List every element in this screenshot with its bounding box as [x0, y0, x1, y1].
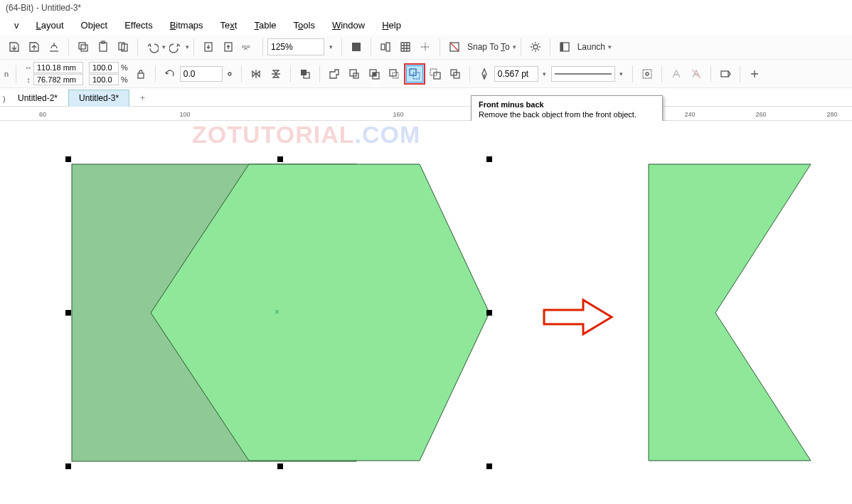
- grid-icon[interactable]: [396, 38, 415, 56]
- launch-label[interactable]: Launch: [575, 42, 608, 52]
- mirror-v-icon[interactable]: [267, 65, 285, 83]
- svg-rect-36: [721, 71, 728, 77]
- handle-ml[interactable]: [65, 310, 71, 316]
- tooltip-title: Front minus back: [479, 100, 655, 109]
- intersect-icon[interactable]: [365, 65, 383, 83]
- menu-bitmaps[interactable]: Bitmaps: [161, 17, 212, 33]
- add-icon[interactable]: [745, 65, 764, 83]
- boundary-icon[interactable]: [446, 65, 464, 83]
- percent-label: %: [119, 75, 128, 84]
- tab-untitled-2[interactable]: Untitled-2*: [7, 90, 68, 106]
- svg-point-13: [533, 45, 538, 49]
- hexagon-shape[interactable]: [149, 163, 491, 462]
- property-bar: n ↔110.18 mm ↕76.782 mm 100.0% 100.0% 0.…: [0, 60, 852, 88]
- guides-icon[interactable]: [416, 38, 435, 56]
- menu-text[interactable]: Text: [212, 17, 246, 33]
- scale-y-field[interactable]: 100.0: [89, 74, 119, 85]
- result-shape: [647, 163, 825, 462]
- options-icon[interactable]: [526, 38, 545, 56]
- wrap-text-icon[interactable]: [638, 65, 656, 83]
- tab-new[interactable]: +: [129, 90, 156, 106]
- menu-help[interactable]: Help: [373, 17, 410, 33]
- standard-toolbar: ▾ ▾ PDF 125% ▾ Snap To To ▾ Launch ▾: [0, 35, 852, 60]
- menu-layout[interactable]: Layout: [28, 17, 73, 33]
- handle-mr[interactable]: [486, 310, 492, 316]
- width-icon: ↔: [23, 63, 33, 72]
- launch-panel-icon[interactable]: [555, 38, 574, 56]
- snap-label[interactable]: Snap To To: [464, 42, 513, 52]
- pen-outline-icon[interactable]: [475, 65, 494, 83]
- snap-off-icon[interactable]: [445, 38, 464, 56]
- weld-icon[interactable]: [325, 65, 344, 83]
- handle-bm[interactable]: [277, 463, 283, 469]
- rotation-field[interactable]: 0.0: [180, 66, 223, 82]
- svg-rect-1: [81, 45, 87, 51]
- mirror-h-icon[interactable]: [247, 65, 265, 83]
- zoom-dropdown-icon[interactable]: ▾: [325, 38, 336, 56]
- selection-center-icon: ×: [275, 307, 279, 317]
- line-style-combo[interactable]: [551, 66, 615, 82]
- simplify-icon[interactable]: [385, 65, 403, 83]
- arrow-down-icon[interactable]: [199, 38, 218, 56]
- undo-icon[interactable]: [143, 38, 161, 56]
- line-style-dropdown-icon[interactable]: ▾: [616, 65, 627, 83]
- red-arrow-icon: [541, 296, 619, 338]
- object-scale: 100.0% 100.0%: [89, 62, 128, 85]
- arrow-up-icon[interactable]: [219, 38, 238, 56]
- svg-rect-16: [138, 73, 144, 78]
- paste-icon[interactable]: [94, 38, 112, 56]
- import-icon[interactable]: [5, 38, 23, 56]
- svg-rect-34: [643, 70, 651, 78]
- height-field[interactable]: 76.782 mm: [33, 74, 83, 85]
- document-tabs: ) Untitled-2* Untitled-3* +: [0, 88, 852, 107]
- object-size: ↔110.18 mm ↕76.782 mm: [23, 62, 83, 85]
- outline-width-field[interactable]: 0.567 pt: [494, 66, 538, 82]
- scale-x-field[interactable]: 100.0: [89, 62, 119, 73]
- front-minus-back-button[interactable]: [404, 63, 425, 85]
- handle-bl[interactable]: [65, 463, 71, 469]
- svg-marker-39: [649, 164, 811, 461]
- handle-tm[interactable]: [277, 156, 283, 162]
- svg-rect-10: [381, 44, 385, 50]
- percent-label: %: [119, 63, 128, 72]
- tab-untitled-3[interactable]: Untitled-3*: [68, 90, 129, 107]
- svg-marker-38: [151, 164, 489, 461]
- tooltip-front-minus-back: Front minus back Remove the back object …: [471, 95, 663, 124]
- copy-icon[interactable]: [74, 38, 92, 56]
- menu-window[interactable]: Window: [324, 17, 373, 33]
- menu-view-cut[interactable]: v: [6, 17, 28, 33]
- svg-rect-26: [393, 73, 398, 78]
- width-field[interactable]: 110.18 mm: [33, 62, 83, 73]
- convert-curves-icon[interactable]: [716, 65, 735, 83]
- trim-icon[interactable]: [345, 65, 363, 83]
- menubar: v Layout Object Effects Bitmaps Text Tab…: [0, 16, 852, 35]
- clipboard-icon[interactable]: [114, 38, 132, 56]
- pdf-icon[interactable]: PDF: [239, 38, 257, 56]
- align-icon[interactable]: [376, 38, 395, 56]
- menu-tools[interactable]: Tools: [285, 17, 324, 33]
- handle-br[interactable]: [486, 463, 492, 469]
- watermark: ZOTUTORIAL.COM: [192, 121, 420, 149]
- back-minus-front-icon[interactable]: [426, 65, 444, 83]
- menu-effects[interactable]: Effects: [116, 17, 161, 33]
- publish-icon[interactable]: [45, 38, 63, 56]
- handle-tr[interactable]: [486, 156, 492, 162]
- handle-tl[interactable]: [65, 156, 71, 162]
- tooltip-body: Remove the back object from the front ob…: [479, 110, 655, 119]
- order-icon[interactable]: [296, 65, 314, 83]
- outline-dropdown-icon[interactable]: ▾: [539, 65, 550, 83]
- redo-icon[interactable]: [166, 38, 185, 56]
- fullscreen-icon[interactable]: [347, 38, 366, 56]
- export-icon[interactable]: [25, 38, 43, 56]
- disabled-b-icon: [687, 65, 705, 83]
- menu-table[interactable]: Table: [245, 17, 284, 33]
- menu-object[interactable]: Object: [73, 17, 117, 33]
- rotation-center-icon[interactable]: [223, 65, 236, 83]
- drawing-canvas[interactable]: ZOTUTORIAL.COM ×: [0, 121, 852, 504]
- lock-ratio-icon[interactable]: [132, 65, 150, 83]
- zoom-combo[interactable]: 125%: [267, 38, 324, 55]
- rotate-icon[interactable]: [161, 65, 179, 83]
- svg-rect-2: [100, 43, 107, 51]
- disabled-a-icon: [667, 65, 686, 83]
- svg-point-35: [646, 73, 649, 75]
